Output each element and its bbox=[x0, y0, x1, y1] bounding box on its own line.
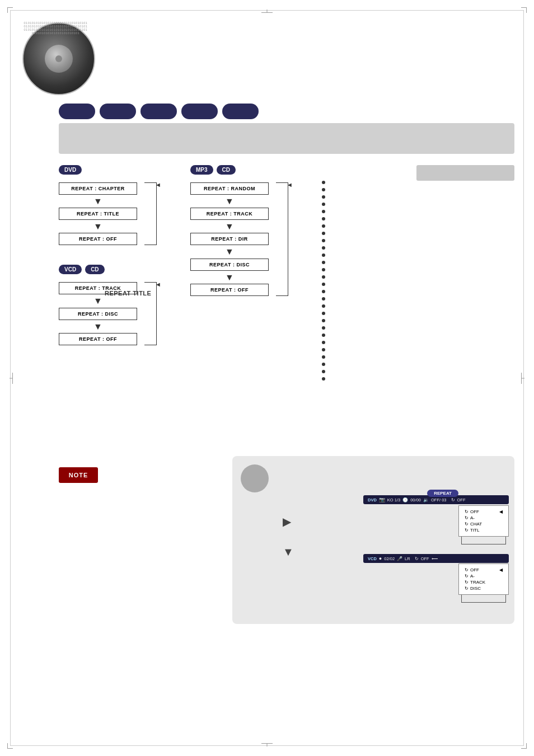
dot-12 bbox=[322, 261, 325, 264]
dvd-flow-chapter: REPEAT : CHAPTER bbox=[59, 182, 137, 195]
dot-2 bbox=[322, 188, 325, 191]
dvd-column: DVD REPEAT : CHAPTER ▼ REPEAT : TITLE ▼ … bbox=[59, 165, 176, 345]
note-box: NOTE bbox=[59, 467, 98, 483]
mp3-arrow-3: ▼ bbox=[190, 246, 269, 257]
crosshair-left bbox=[7, 373, 13, 384]
dot-28 bbox=[322, 377, 325, 381]
tab-4[interactable] bbox=[181, 104, 218, 119]
header-bar bbox=[59, 123, 514, 154]
mp3-flow-dir: REPEAT : DIR bbox=[190, 233, 269, 245]
tab-1[interactable] bbox=[59, 104, 95, 119]
vcd-arrow-1: ▼ bbox=[59, 295, 137, 306]
dot-7 bbox=[322, 224, 325, 228]
dot-24 bbox=[322, 348, 325, 351]
crosshair-top bbox=[261, 7, 273, 13]
mp3-flow-track: REPEAT : TRACK bbox=[190, 208, 269, 220]
mp3-arrow-2: ▼ bbox=[190, 221, 269, 232]
play-arrow-icon: ▶ bbox=[283, 515, 291, 528]
dot-9 bbox=[322, 239, 325, 242]
dot-11 bbox=[322, 253, 325, 257]
disc-center bbox=[45, 45, 73, 73]
content-row: DVD REPEAT : CHAPTER ▼ REPEAT : TITLE ▼ … bbox=[59, 165, 514, 345]
osd-bar-bottom: VCD ● 02/02 🎤 LR ↻ OFF ⟵ bbox=[363, 554, 509, 563]
tabs-row bbox=[59, 104, 259, 119]
gray-circle bbox=[241, 464, 269, 492]
disc-hole bbox=[55, 55, 62, 62]
corner-bl bbox=[7, 743, 13, 749]
mp3-label: MP3 bbox=[190, 165, 213, 175]
tab-5[interactable] bbox=[222, 104, 259, 119]
osd-menu-item-track: ↻TRACK bbox=[465, 579, 503, 585]
dot-16 bbox=[322, 290, 325, 293]
corner-tl bbox=[7, 7, 13, 13]
osd-menu-item-off1: ↻OFF◀ bbox=[465, 509, 503, 515]
bottom-gray-bg: ▶ ▼ DVD 📷 KO 1/3 🕒 00/00 🔉 OFF/ 03 ↻ OFF… bbox=[232, 456, 514, 624]
vcd-flow-disc: REPEAT : DISC bbox=[59, 308, 137, 320]
mp3-arrow-4: ▼ bbox=[190, 272, 269, 283]
disc-data-text: 0101010101010101010101010101010101010101… bbox=[24, 21, 88, 35]
osd-repeat-oval-top: REPEAT bbox=[427, 490, 458, 497]
dot-22 bbox=[322, 334, 325, 337]
dot-8 bbox=[322, 232, 325, 235]
right-info-box bbox=[416, 165, 514, 181]
dvd-arrow-1: ▼ bbox=[59, 196, 137, 206]
main-area: DVD REPEAT : CHAPTER ▼ REPEAT : TITLE ▼ … bbox=[59, 123, 514, 736]
osd-menu-item-titl: ↻TITL bbox=[465, 527, 503, 533]
cd-label: CD bbox=[85, 265, 104, 274]
mp3-flow-random: REPEAT : RANDOM bbox=[190, 182, 269, 195]
dot-23 bbox=[322, 341, 325, 344]
dvd-arrow-2: ▼ bbox=[59, 221, 137, 232]
vcd-arrow-2: ▼ bbox=[59, 321, 137, 332]
osd-menu-item-chat: ↻CHAT bbox=[465, 521, 503, 527]
dot-5 bbox=[322, 210, 325, 213]
right-column bbox=[313, 165, 514, 345]
mp3-column: MP3 CD REPEAT : RANDOM ▼ REPEAT : TRACK … bbox=[190, 165, 308, 345]
dvd-label: DVD bbox=[59, 165, 82, 175]
dot-6 bbox=[322, 217, 325, 220]
mp3-arrow-1: ▼ bbox=[190, 196, 269, 206]
dot-20 bbox=[322, 319, 325, 322]
dot-14 bbox=[322, 275, 325, 279]
tab-2[interactable] bbox=[100, 104, 136, 119]
vcd-label: VCD bbox=[59, 265, 82, 274]
dot-21 bbox=[322, 326, 325, 330]
dot-1 bbox=[322, 181, 325, 184]
osd-menu-item-a2: ↻A- bbox=[465, 573, 503, 579]
dot-10 bbox=[322, 246, 325, 250]
vcd-flow-off: REPEAT : OFF bbox=[59, 333, 137, 345]
crosshair-right bbox=[521, 373, 527, 384]
osd-menu-item-off2: ↻OFF◀ bbox=[465, 567, 503, 573]
corner-tr bbox=[521, 7, 527, 13]
down-arrow-icon: ▼ bbox=[283, 546, 294, 558]
dot-15 bbox=[322, 283, 325, 286]
mp3-cd-label: CD bbox=[217, 165, 236, 175]
repeat-title-text: REPEAT TITLE bbox=[105, 290, 151, 297]
tab-3[interactable] bbox=[140, 104, 177, 119]
dvd-flow-off: REPEAT : OFF bbox=[59, 233, 137, 245]
dot-27 bbox=[322, 370, 325, 373]
mp3-flow-disc: REPEAT : DISC bbox=[190, 259, 269, 271]
dot-17 bbox=[322, 297, 325, 300]
dot-26 bbox=[322, 363, 325, 366]
bottom-right-area: ▶ ▼ DVD 📷 KO 1/3 🕒 00/00 🔉 OFF/ 03 ↻ OFF… bbox=[232, 456, 514, 624]
dot-25 bbox=[322, 355, 325, 359]
osd-menu-item-a1: ↻A- bbox=[465, 515, 503, 521]
dvd-flow-title: REPEAT : TITLE bbox=[59, 208, 137, 220]
osd-menu-bottom: ↻OFF◀ ↻A- ↻TRACK ↻DISC bbox=[458, 564, 509, 595]
osd-menu-item-disc: ↻DISC bbox=[465, 585, 503, 591]
dot-3 bbox=[322, 195, 325, 199]
mp3-flow-off: REPEAT : OFF bbox=[190, 284, 269, 296]
osd-menu-top: ↻OFF◀ ↻A- ↻CHAT ↻TITL bbox=[458, 505, 509, 537]
crosshair-bottom bbox=[261, 743, 273, 749]
dot-13 bbox=[322, 268, 325, 271]
corner-br bbox=[521, 743, 527, 749]
dot-19 bbox=[322, 312, 325, 315]
dot-4 bbox=[322, 203, 325, 206]
note-section: NOTE bbox=[59, 467, 98, 483]
dots-column bbox=[322, 181, 325, 381]
dot-18 bbox=[322, 304, 325, 308]
